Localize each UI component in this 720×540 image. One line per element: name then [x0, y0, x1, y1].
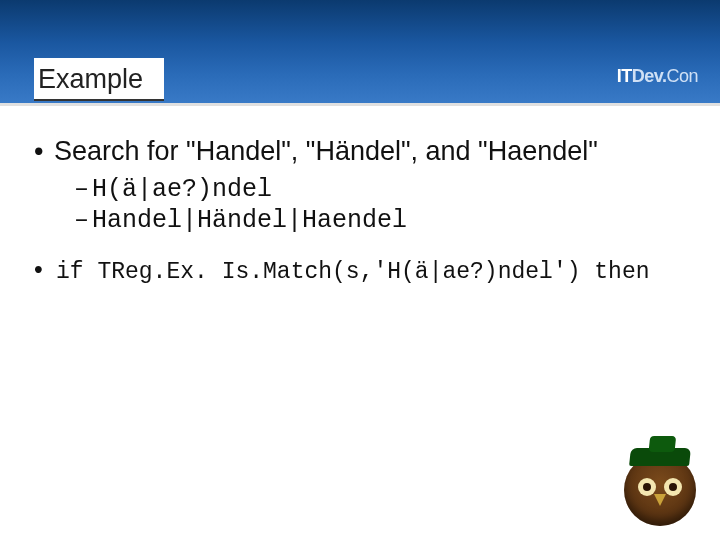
slide-title: Example — [34, 58, 164, 101]
bullet-level-1: •Search for "Handel", "Händel", and "Hae… — [34, 136, 686, 167]
brand-con: Con — [666, 66, 698, 86]
brand-logo: ITDev.Con — [617, 66, 698, 87]
owl-eye-icon — [664, 478, 682, 496]
bullet-dash-icon: – — [74, 206, 92, 235]
owl-beak-icon — [654, 494, 666, 506]
bullet-dash-icon: – — [74, 175, 92, 204]
bullet-level-1-code: •if TReg.Ex. Is.Match(s,'H(ä|ae?)ndel') … — [34, 255, 686, 285]
header-band: Example ITDev.Con — [0, 0, 720, 106]
bullet-dot-icon: • — [34, 255, 56, 284]
bullet-text: Search for "Handel", "Händel", and "Haen… — [54, 136, 598, 166]
bullet-dot-icon: • — [34, 136, 54, 167]
bullet-level-2: –H(ä|ae?)ndel — [74, 175, 686, 204]
owl-cap-icon — [629, 448, 691, 466]
brand-dev: Dev. — [632, 66, 667, 86]
owl-mascot-icon — [624, 454, 696, 526]
slide: Example ITDev.Con •Search for "Handel", … — [0, 0, 720, 540]
bullet-text: Handel|Händel|Haendel — [92, 206, 407, 235]
code-text: if TReg.Ex. Is.Match(s,'H(ä|ae?)ndel') t… — [56, 259, 650, 285]
content-area: •Search for "Handel", "Händel", and "Hae… — [34, 136, 686, 285]
bullet-level-2: –Handel|Händel|Haendel — [74, 206, 686, 235]
brand-it: IT — [617, 66, 632, 86]
bullet-text: H(ä|ae?)ndel — [92, 175, 272, 204]
